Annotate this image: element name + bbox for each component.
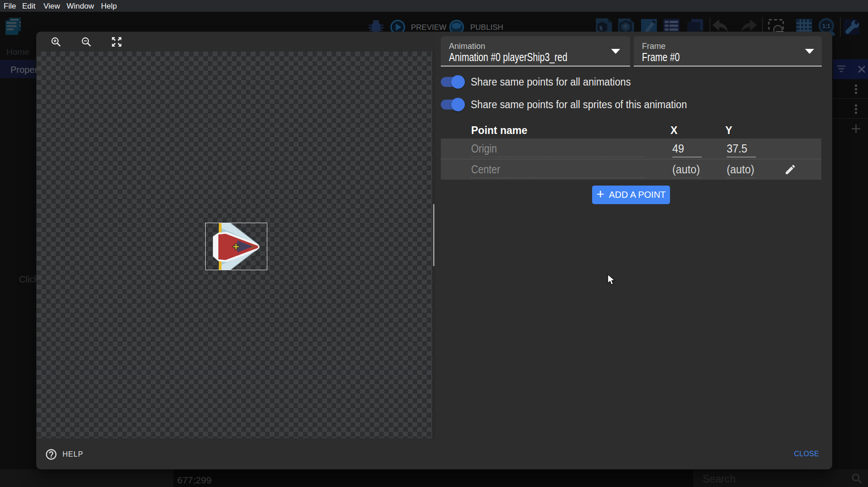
svg-text:1:1: 1:1 — [822, 23, 830, 29]
